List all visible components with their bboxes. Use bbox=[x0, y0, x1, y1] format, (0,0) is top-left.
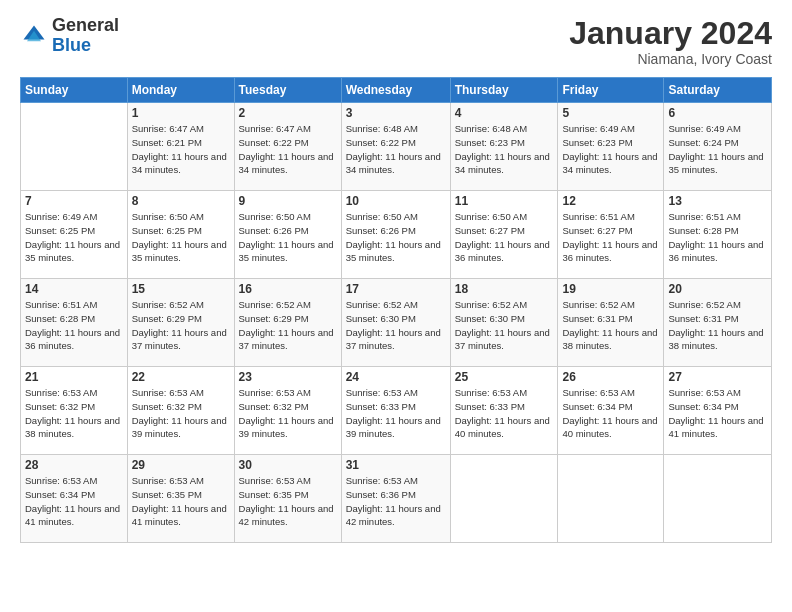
day-info: Sunrise: 6:47 AM Sunset: 6:21 PM Dayligh… bbox=[132, 122, 230, 177]
day-info: Sunrise: 6:53 AM Sunset: 6:34 PM Dayligh… bbox=[25, 474, 123, 529]
day-number: 21 bbox=[25, 370, 123, 384]
week-row-3: 21Sunrise: 6:53 AM Sunset: 6:32 PM Dayli… bbox=[21, 367, 772, 455]
day-info: Sunrise: 6:53 AM Sunset: 6:34 PM Dayligh… bbox=[668, 386, 767, 441]
day-info: Sunrise: 6:49 AM Sunset: 6:24 PM Dayligh… bbox=[668, 122, 767, 177]
day-cell: 20Sunrise: 6:52 AM Sunset: 6:31 PM Dayli… bbox=[664, 279, 772, 367]
header: General Blue January 2024 Niamana, Ivory… bbox=[20, 16, 772, 67]
header-saturday: Saturday bbox=[664, 78, 772, 103]
day-cell: 18Sunrise: 6:52 AM Sunset: 6:30 PM Dayli… bbox=[450, 279, 558, 367]
day-cell: 23Sunrise: 6:53 AM Sunset: 6:32 PM Dayli… bbox=[234, 367, 341, 455]
logo-icon bbox=[20, 22, 48, 50]
week-row-0: 1Sunrise: 6:47 AM Sunset: 6:21 PM Daylig… bbox=[21, 103, 772, 191]
day-info: Sunrise: 6:52 AM Sunset: 6:30 PM Dayligh… bbox=[455, 298, 554, 353]
day-cell: 28Sunrise: 6:53 AM Sunset: 6:34 PM Dayli… bbox=[21, 455, 128, 543]
day-info: Sunrise: 6:53 AM Sunset: 6:32 PM Dayligh… bbox=[239, 386, 337, 441]
day-number: 20 bbox=[668, 282, 767, 296]
day-cell: 9Sunrise: 6:50 AM Sunset: 6:26 PM Daylig… bbox=[234, 191, 341, 279]
day-info: Sunrise: 6:51 AM Sunset: 6:28 PM Dayligh… bbox=[25, 298, 123, 353]
title-block: January 2024 Niamana, Ivory Coast bbox=[569, 16, 772, 67]
day-cell bbox=[664, 455, 772, 543]
day-number: 24 bbox=[346, 370, 446, 384]
day-number: 27 bbox=[668, 370, 767, 384]
logo-text: General Blue bbox=[52, 16, 119, 56]
day-number: 28 bbox=[25, 458, 123, 472]
logo: General Blue bbox=[20, 16, 119, 56]
day-number: 5 bbox=[562, 106, 659, 120]
day-number: 30 bbox=[239, 458, 337, 472]
day-info: Sunrise: 6:50 AM Sunset: 6:26 PM Dayligh… bbox=[239, 210, 337, 265]
month-title: January 2024 bbox=[569, 16, 772, 51]
week-row-1: 7Sunrise: 6:49 AM Sunset: 6:25 PM Daylig… bbox=[21, 191, 772, 279]
day-number: 11 bbox=[455, 194, 554, 208]
day-info: Sunrise: 6:53 AM Sunset: 6:36 PM Dayligh… bbox=[346, 474, 446, 529]
day-number: 17 bbox=[346, 282, 446, 296]
day-cell: 25Sunrise: 6:53 AM Sunset: 6:33 PM Dayli… bbox=[450, 367, 558, 455]
day-info: Sunrise: 6:48 AM Sunset: 6:23 PM Dayligh… bbox=[455, 122, 554, 177]
day-info: Sunrise: 6:53 AM Sunset: 6:34 PM Dayligh… bbox=[562, 386, 659, 441]
day-number: 26 bbox=[562, 370, 659, 384]
day-info: Sunrise: 6:50 AM Sunset: 6:27 PM Dayligh… bbox=[455, 210, 554, 265]
day-cell: 14Sunrise: 6:51 AM Sunset: 6:28 PM Dayli… bbox=[21, 279, 128, 367]
day-number: 3 bbox=[346, 106, 446, 120]
day-cell bbox=[450, 455, 558, 543]
day-cell: 8Sunrise: 6:50 AM Sunset: 6:25 PM Daylig… bbox=[127, 191, 234, 279]
day-cell: 17Sunrise: 6:52 AM Sunset: 6:30 PM Dayli… bbox=[341, 279, 450, 367]
day-number: 4 bbox=[455, 106, 554, 120]
day-cell: 2Sunrise: 6:47 AM Sunset: 6:22 PM Daylig… bbox=[234, 103, 341, 191]
day-cell: 31Sunrise: 6:53 AM Sunset: 6:36 PM Dayli… bbox=[341, 455, 450, 543]
day-cell: 30Sunrise: 6:53 AM Sunset: 6:35 PM Dayli… bbox=[234, 455, 341, 543]
day-info: Sunrise: 6:53 AM Sunset: 6:32 PM Dayligh… bbox=[132, 386, 230, 441]
day-number: 18 bbox=[455, 282, 554, 296]
day-info: Sunrise: 6:52 AM Sunset: 6:31 PM Dayligh… bbox=[562, 298, 659, 353]
day-info: Sunrise: 6:51 AM Sunset: 6:28 PM Dayligh… bbox=[668, 210, 767, 265]
day-number: 22 bbox=[132, 370, 230, 384]
day-info: Sunrise: 6:53 AM Sunset: 6:33 PM Dayligh… bbox=[346, 386, 446, 441]
day-cell: 1Sunrise: 6:47 AM Sunset: 6:21 PM Daylig… bbox=[127, 103, 234, 191]
day-info: Sunrise: 6:53 AM Sunset: 6:32 PM Dayligh… bbox=[25, 386, 123, 441]
day-number: 6 bbox=[668, 106, 767, 120]
day-number: 13 bbox=[668, 194, 767, 208]
header-friday: Friday bbox=[558, 78, 664, 103]
day-cell bbox=[21, 103, 128, 191]
day-cell: 10Sunrise: 6:50 AM Sunset: 6:26 PM Dayli… bbox=[341, 191, 450, 279]
day-cell: 21Sunrise: 6:53 AM Sunset: 6:32 PM Dayli… bbox=[21, 367, 128, 455]
day-number: 15 bbox=[132, 282, 230, 296]
day-cell: 24Sunrise: 6:53 AM Sunset: 6:33 PM Dayli… bbox=[341, 367, 450, 455]
day-cell: 4Sunrise: 6:48 AM Sunset: 6:23 PM Daylig… bbox=[450, 103, 558, 191]
calendar-table: Sunday Monday Tuesday Wednesday Thursday… bbox=[20, 77, 772, 543]
day-cell: 15Sunrise: 6:52 AM Sunset: 6:29 PM Dayli… bbox=[127, 279, 234, 367]
day-info: Sunrise: 6:50 AM Sunset: 6:25 PM Dayligh… bbox=[132, 210, 230, 265]
header-thursday: Thursday bbox=[450, 78, 558, 103]
day-number: 16 bbox=[239, 282, 337, 296]
day-info: Sunrise: 6:52 AM Sunset: 6:30 PM Dayligh… bbox=[346, 298, 446, 353]
day-number: 12 bbox=[562, 194, 659, 208]
day-info: Sunrise: 6:52 AM Sunset: 6:29 PM Dayligh… bbox=[239, 298, 337, 353]
logo-blue: Blue bbox=[52, 36, 119, 56]
location-subtitle: Niamana, Ivory Coast bbox=[569, 51, 772, 67]
header-wednesday: Wednesday bbox=[341, 78, 450, 103]
day-number: 14 bbox=[25, 282, 123, 296]
day-number: 19 bbox=[562, 282, 659, 296]
day-info: Sunrise: 6:49 AM Sunset: 6:23 PM Dayligh… bbox=[562, 122, 659, 177]
day-info: Sunrise: 6:47 AM Sunset: 6:22 PM Dayligh… bbox=[239, 122, 337, 177]
day-cell: 16Sunrise: 6:52 AM Sunset: 6:29 PM Dayli… bbox=[234, 279, 341, 367]
day-cell: 3Sunrise: 6:48 AM Sunset: 6:22 PM Daylig… bbox=[341, 103, 450, 191]
day-cell: 29Sunrise: 6:53 AM Sunset: 6:35 PM Dayli… bbox=[127, 455, 234, 543]
calendar-header: Sunday Monday Tuesday Wednesday Thursday… bbox=[21, 78, 772, 103]
day-info: Sunrise: 6:52 AM Sunset: 6:31 PM Dayligh… bbox=[668, 298, 767, 353]
day-info: Sunrise: 6:53 AM Sunset: 6:35 PM Dayligh… bbox=[239, 474, 337, 529]
day-number: 7 bbox=[25, 194, 123, 208]
day-cell: 12Sunrise: 6:51 AM Sunset: 6:27 PM Dayli… bbox=[558, 191, 664, 279]
day-cell: 27Sunrise: 6:53 AM Sunset: 6:34 PM Dayli… bbox=[664, 367, 772, 455]
day-number: 29 bbox=[132, 458, 230, 472]
calendar-body: 1Sunrise: 6:47 AM Sunset: 6:21 PM Daylig… bbox=[21, 103, 772, 543]
day-cell: 22Sunrise: 6:53 AM Sunset: 6:32 PM Dayli… bbox=[127, 367, 234, 455]
header-row: Sunday Monday Tuesday Wednesday Thursday… bbox=[21, 78, 772, 103]
day-info: Sunrise: 6:53 AM Sunset: 6:33 PM Dayligh… bbox=[455, 386, 554, 441]
day-info: Sunrise: 6:52 AM Sunset: 6:29 PM Dayligh… bbox=[132, 298, 230, 353]
day-info: Sunrise: 6:48 AM Sunset: 6:22 PM Dayligh… bbox=[346, 122, 446, 177]
day-number: 8 bbox=[132, 194, 230, 208]
day-cell: 26Sunrise: 6:53 AM Sunset: 6:34 PM Dayli… bbox=[558, 367, 664, 455]
week-row-2: 14Sunrise: 6:51 AM Sunset: 6:28 PM Dayli… bbox=[21, 279, 772, 367]
day-cell bbox=[558, 455, 664, 543]
